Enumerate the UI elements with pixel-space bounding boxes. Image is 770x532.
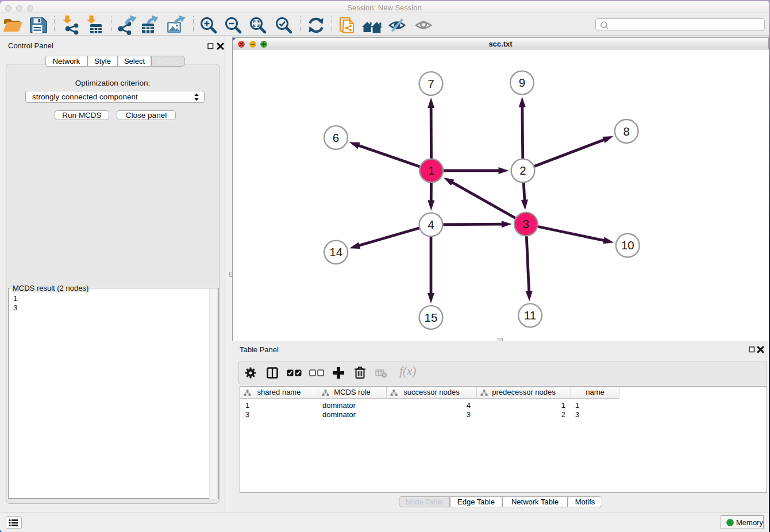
svg-text:9: 9 — [519, 76, 525, 89]
svg-text:1: 1 — [428, 164, 434, 177]
svg-text:10: 10 — [621, 238, 634, 252]
svg-text:15: 15 — [425, 311, 438, 324]
svg-text:11: 11 — [524, 309, 536, 322]
svg-text:3: 3 — [523, 217, 529, 230]
svg-text:7: 7 — [428, 77, 434, 90]
svg-text:8: 8 — [623, 125, 629, 138]
svg-text:2: 2 — [519, 164, 526, 177]
svg-text:4: 4 — [428, 218, 434, 231]
svg-text:14: 14 — [329, 245, 342, 259]
svg-text:6: 6 — [333, 131, 339, 144]
